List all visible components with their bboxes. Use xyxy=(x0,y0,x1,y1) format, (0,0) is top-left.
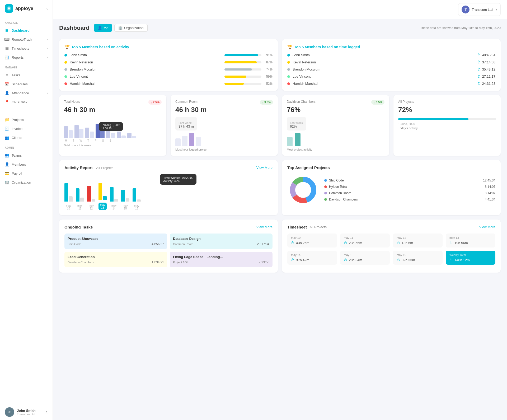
activity-bars-container: may10may11may12may13may14may15may16 xyxy=(64,184,273,210)
section-manage-label: Manage xyxy=(0,62,53,71)
progress-fill xyxy=(224,61,257,63)
task-time: 7:23:56 xyxy=(259,260,269,264)
ongoing-tasks-title: Ongoing Tasks xyxy=(64,225,93,229)
top-activity-title: 🏆 Top 5 Members based on activity xyxy=(64,44,273,49)
bar-day-label: F xyxy=(93,139,98,142)
activity-report-project: All Projects xyxy=(96,166,113,170)
act-date-label: may16 xyxy=(134,204,139,210)
member-dot xyxy=(64,61,67,64)
sidebar-toggle[interactable]: ‹ xyxy=(46,6,48,11)
sidebar-item-projects[interactable]: 📁 Projects xyxy=(0,115,53,124)
legend-name: Common Room xyxy=(329,191,483,195)
act-tooltip-activity: Activity: 42% xyxy=(163,179,180,183)
timesheet-view-more[interactable]: View More xyxy=(479,225,495,229)
sidebar-item-attendance[interactable]: 👤 Attendance › xyxy=(0,88,53,97)
activity-report-card: Activity Report All Projects View More T… xyxy=(59,160,278,215)
task-time: 29:17:34 xyxy=(257,242,269,246)
member-name-time: John Smith xyxy=(293,53,475,57)
sidebar-item-members[interactable]: 👤 Members xyxy=(0,160,53,169)
file-text-icon: ▤ xyxy=(5,46,9,50)
sidebar-item-remotetrack[interactable]: ⌨ RemoteTrack › xyxy=(0,35,53,44)
bar-group xyxy=(64,126,73,138)
common-room-sub-val: 37 h 43 m xyxy=(179,124,194,128)
member-pct: 91% xyxy=(264,53,273,57)
act-date-label: may12 xyxy=(89,204,94,210)
legend-row: Hyleon Tetra 8:14:07 xyxy=(324,185,495,189)
sidebar-footer: JS John Smith Transcom Ltd. ∧ xyxy=(0,404,53,420)
users-icon: 👥 xyxy=(5,136,9,140)
sidebar-item-tasks[interactable]: ≡ Tasks xyxy=(0,71,53,80)
timesheet-cell-label: may 14 xyxy=(291,253,333,256)
sidebar-item-teams[interactable]: 👥 Teams xyxy=(0,151,53,160)
sidebar-item-reports[interactable]: 📊 Reports › xyxy=(0,53,53,62)
member-dot xyxy=(64,82,67,85)
sidebar-item-invoice[interactable]: 🧾 Invoice xyxy=(0,124,53,133)
task-card: Fixing Page Speed - Landing... Project A… xyxy=(170,252,273,267)
member-pct: 59% xyxy=(264,75,273,78)
sidebar-item-dashboard[interactable]: ⊞ Dashboard xyxy=(0,26,53,35)
total-hours-footer: Total hours this week xyxy=(64,144,162,147)
sidebar-section-analyze: Analyze ⊞ Dashboard ⌨ RemoteTrack › ▤ Ti… xyxy=(0,17,53,62)
member-time: ⏱ 37:14:08 xyxy=(477,60,495,64)
ongoing-tasks-header: Ongoing Tasks View More xyxy=(64,225,273,229)
trophy-icon: 🏆 xyxy=(64,44,70,49)
sidebar-label-remotetrack: RemoteTrack xyxy=(12,38,44,41)
progress-bar xyxy=(224,83,261,85)
activity-column: may12 xyxy=(87,178,95,210)
time-member-row: Brendon Mcculum ⏱ 35:43:12 xyxy=(287,67,495,71)
user-chevron-icon[interactable]: ∧ xyxy=(45,410,48,414)
act-bar xyxy=(126,198,129,202)
svg-point-1 xyxy=(8,7,10,10)
tab-me[interactable]: 👤 Me xyxy=(94,24,112,32)
sidebar-item-gpstrack[interactable]: 📍 GPSTrack xyxy=(0,97,53,106)
legend-name: Davidson Chambers xyxy=(329,198,483,201)
sidebar-label-invoice: Invoice xyxy=(12,127,48,131)
total-hours-value: 46 h 30 m xyxy=(64,106,162,114)
sidebar-item-clients[interactable]: 👥 Clients xyxy=(0,133,53,142)
member-name-time: Lue Vincent xyxy=(293,74,475,78)
activity-view-more[interactable]: View More xyxy=(256,166,273,170)
bottom-row: Ongoing Tasks View More Product Showcase… xyxy=(59,220,501,273)
bar-day-label: T xyxy=(71,139,76,142)
legend-dot xyxy=(324,198,327,201)
timesheet-title: Timesheet xyxy=(287,225,307,229)
activity-report-header: Activity Report All Projects View More xyxy=(64,165,273,170)
clock-icon: ⏱ xyxy=(477,82,481,86)
timesheet-cell-label: may 11 xyxy=(344,236,386,239)
all-projects-value: 72% xyxy=(398,106,496,114)
timesheet-cell: may 14 ⏱ 37h 49m xyxy=(287,251,337,265)
sidebar-item-payroll[interactable]: 💳 Payroll xyxy=(0,169,53,178)
member-name: Lue Vincent xyxy=(70,74,222,78)
dashboard-tabs: 👤 Me 🏢 Organization xyxy=(94,24,148,32)
company-selector[interactable]: T Transcom Ltd. ▾ xyxy=(458,3,501,16)
sidebar-label-dashboard: Dashboard xyxy=(12,29,48,32)
common-room-value: 46 h 30 m xyxy=(175,106,273,114)
logo-area: apploye ‹ xyxy=(0,0,53,17)
chevron-icon-3: › xyxy=(47,56,48,59)
top-projects-title: Top Assigned Projects xyxy=(287,165,330,170)
all-projects-footer: Today's activity xyxy=(398,127,496,130)
legend-name: Ship Code xyxy=(329,179,481,182)
member-pct: 52% xyxy=(264,82,273,86)
date-range: These data are showed from May 10th to M… xyxy=(420,26,501,30)
bar-group xyxy=(117,132,126,138)
sidebar-item-organization[interactable]: 🏢 Organization xyxy=(0,178,53,187)
timesheet-cell: may 11 ⏱ 23h 56m xyxy=(340,234,390,248)
section-analyze-label: Analyze xyxy=(0,17,53,26)
legend-time: 4:41:34 xyxy=(485,198,495,201)
member-dot-time xyxy=(287,68,290,71)
legend-row: Ship Code 12:45:34 xyxy=(324,179,495,182)
activity-member-row: Kevin Peterson 87% xyxy=(64,60,273,64)
sidebar-label-tasks: Tasks xyxy=(12,73,48,77)
time-member-row: Lue Vincent ⏱ 27:11:17 xyxy=(287,74,495,78)
act-bar xyxy=(87,186,91,202)
sidebar-item-timesheets[interactable]: ▤ Timesheets › xyxy=(0,44,53,53)
member-name: John Smith xyxy=(70,53,222,57)
sidebar-item-schedules[interactable]: 📅 Schedules xyxy=(0,80,53,88)
legend-time: 8:14:07 xyxy=(485,191,495,195)
member-name-time: Kevin Peterson xyxy=(293,60,475,64)
legend-dot xyxy=(324,185,327,188)
tasks-view-more[interactable]: View More xyxy=(256,225,273,229)
tab-organization[interactable]: 🏢 Organization xyxy=(114,24,148,32)
act-bar-wrap xyxy=(64,178,73,202)
